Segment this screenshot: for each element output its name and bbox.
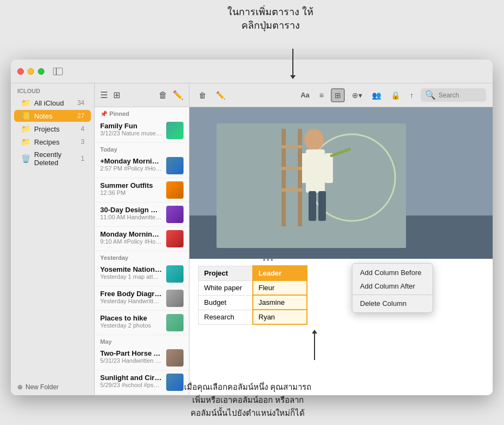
note-item-30day-design[interactable]: 30-Day Design Challen... 11:00 AM Handwr… — [95, 202, 189, 227]
compose-note-icon[interactable]: ✏️ — [173, 90, 184, 100]
context-menu-add-column-after[interactable]: Add Column After — [352, 279, 433, 293]
sidebar: iCloud 📁 All iCloud 34 📒 Notes 27 📁 Proj… — [11, 83, 95, 395]
grid-view-icon[interactable]: ⊞ — [113, 90, 120, 100]
fullscreen-button[interactable] — [38, 68, 44, 75]
svg-rect-11 — [298, 129, 302, 226]
note-info: 30-Day Design Challen... 11:00 AM Handwr… — [100, 206, 162, 220]
svg-rect-9 — [318, 191, 326, 221]
note-title: Free Body Diagrams — [100, 290, 162, 298]
table-area: Project Leader White paper Fleur — [189, 259, 493, 334]
sidebar-toggle-icon[interactable] — [53, 68, 63, 75]
traffic-lights — [17, 68, 44, 75]
editor-content: Project Leader White paper Fleur — [189, 107, 493, 395]
sidebar-item-recently-deleted[interactable]: 🗑️ Recently Deleted 1 — [14, 149, 91, 168]
sidebar-item-notes[interactable]: 📒 Notes 27 — [14, 110, 91, 122]
sidebar-item-projects[interactable]: 📁 Projects 4 — [14, 123, 91, 135]
note-thumbnail — [166, 374, 184, 391]
note-title: Sunlight and Circadian... — [100, 374, 162, 382]
note-title: +Monday Morning Mee... — [100, 157, 162, 165]
handle-dot — [267, 259, 269, 261]
note-title: Monday Morning Meeting — [100, 230, 162, 238]
folder-icon: 📁 — [21, 125, 30, 133]
note-item-monday-morning-meeting[interactable]: Monday Morning Meeting 9:10 AM #Policy #… — [95, 227, 189, 251]
table-cell-leader[interactable]: Jasmine — [253, 295, 307, 310]
share-icon[interactable]: ↑ — [407, 89, 416, 101]
note-thumbnail — [166, 206, 184, 223]
section-may: May — [95, 335, 189, 346]
section-pinned: 📌 Pinned — [95, 107, 189, 119]
note-info: Family Fun 3/12/23 Nature museum — [100, 122, 162, 136]
note-item-yosemite[interactable]: Yosemite National Park Yesterday 1 map a… — [95, 262, 189, 286]
table-header-leader: Leader — [253, 266, 307, 280]
note-info: Sunlight and Circadian... 5/29/23 #schoo… — [100, 374, 162, 388]
arrow-bottom-icon — [314, 333, 315, 360]
list-icon[interactable]: ≡ — [317, 89, 326, 101]
note-title: Two-Part Horse Anima... — [100, 349, 162, 357]
table-row: Budget Jasmine — [199, 295, 307, 310]
note-title: 30-Day Design Challen... — [100, 206, 162, 214]
note-meta: Yesterday 1 map attachment — [100, 273, 162, 280]
list-view-icon[interactable]: ☰ — [100, 90, 108, 100]
minimize-button[interactable] — [28, 68, 34, 75]
table-cell-leader[interactable]: Fleur — [253, 280, 307, 295]
sidebar-bottom: ⊕ New Folder — [11, 379, 94, 395]
note-item-sunlight-circadian[interactable]: Sunlight and Circadian... 5/29/23 #schoo… — [95, 370, 189, 395]
context-menu: Add Column Before Add Column After Delet… — [352, 263, 433, 313]
context-menu-separator — [352, 295, 433, 295]
note-thumbnail — [166, 181, 184, 199]
lock-icon[interactable]: 🔒 — [388, 89, 403, 101]
sidebar-item-count: 34 — [77, 99, 84, 107]
sidebar-item-count: 1 — [81, 155, 84, 162]
note-info: Yosemite National Park Yesterday 1 map a… — [100, 265, 162, 280]
editor-area: 🗑 ✏️ Aa ≡ ⊞ ⊕▾ 👥 🔒 ↑ 🔍 — [189, 83, 493, 395]
media-icon[interactable]: ⊕▾ — [349, 89, 365, 101]
search-input[interactable] — [438, 91, 482, 99]
editor-photo — [189, 107, 493, 259]
table-button[interactable]: ⊞ — [331, 88, 345, 102]
delete-icon[interactable]: 🗑 — [196, 89, 209, 101]
delete-note-icon[interactable]: 🗑 — [159, 90, 167, 100]
context-menu-delete-column[interactable]: Delete Column — [352, 297, 433, 310]
sidebar-item-label: Recently Deleted — [34, 151, 77, 167]
note-item-free-body-diagrams[interactable]: Free Body Diagrams Yesterday Handwritten… — [95, 286, 189, 311]
handle-dot — [263, 259, 265, 261]
section-today: Today — [95, 143, 189, 154]
table-row: Research Ryan — [199, 310, 307, 324]
note-title: Places to hike — [100, 314, 162, 322]
note-thumbnail — [166, 265, 184, 283]
note-title: Yosemite National Park — [100, 265, 162, 273]
note-info: Summer Outfits 12:36 PM — [100, 181, 162, 196]
context-menu-add-column-before[interactable]: Add Column Before — [352, 266, 433, 279]
note-item-nature-walks[interactable]: Nature Walks 5/28/23 — [95, 395, 189, 395]
notes-folder-icon: 📒 — [21, 112, 30, 120]
note-meta: 5/31/23 Handwritten note — [100, 357, 162, 364]
note-meta: 5/29/23 #school #psycholo... — [100, 382, 162, 388]
table-cell-project[interactable]: Research — [199, 310, 253, 324]
note-item-places-to-hike[interactable]: Places to hike Yesterday 2 photos — [95, 311, 189, 335]
sidebar-item-count: 4 — [81, 125, 84, 133]
close-button[interactable] — [17, 68, 24, 75]
note-item-monday-morning-mee[interactable]: +Monday Morning Mee... 2:57 PM #Policy #… — [95, 154, 189, 178]
top-annotation: ในการเพิ่มตาราง ให้ คลิกปุ่มตาราง — [227, 5, 313, 32]
note-meta: 12:36 PM — [100, 189, 162, 196]
note-item-horse-animation[interactable]: Two-Part Horse Anima... 5/31/23 Handwrit… — [95, 346, 189, 370]
note-meta: Yesterday 2 photos — [100, 322, 162, 329]
svg-rect-10 — [282, 129, 286, 226]
search-box[interactable]: 🔍 — [421, 88, 486, 102]
new-folder-button[interactable]: ⊕ New Folder — [17, 383, 88, 391]
compose-icon[interactable]: ✏️ — [213, 89, 228, 101]
table-cell-project[interactable]: Budget — [199, 295, 253, 310]
sidebar-item-allicloud[interactable]: 📁 All iCloud 34 — [14, 97, 91, 109]
collaborate-icon[interactable]: 👥 — [369, 89, 384, 101]
sidebar-item-count: 27 — [77, 112, 84, 120]
note-info: +Monday Morning Mee... 2:57 PM #Policy #… — [100, 157, 162, 172]
table-cell-leader[interactable]: Ryan — [253, 310, 307, 324]
note-item-family-fun[interactable]: Family Fun 3/12/23 Nature museum — [95, 119, 189, 143]
sidebar-item-recipes[interactable]: 📁 Recipes 3 — [14, 136, 91, 148]
note-meta: Yesterday Handwritten note — [100, 298, 162, 304]
svg-rect-5 — [306, 149, 325, 193]
font-icon[interactable]: Aa — [298, 89, 312, 101]
table-cell-project[interactable]: White paper — [199, 280, 253, 295]
col-handle — [263, 259, 273, 261]
note-item-summer-outfits[interactable]: Summer Outfits 12:36 PM — [95, 178, 189, 202]
